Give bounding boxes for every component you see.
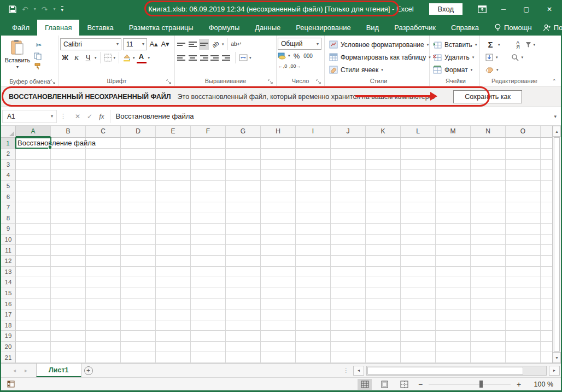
cell-K7[interactable] [366,202,401,213]
wrap-text-icon[interactable]: ab↵ [231,39,242,50]
tab-Главная[interactable]: Главная [37,20,79,36]
cell-E1[interactable] [156,138,191,149]
cell-N1[interactable] [471,138,506,149]
row-header-14[interactable]: 14 [1,277,16,288]
align-top-icon[interactable] [176,39,186,50]
cell-H11[interactable] [261,245,296,256]
cell-M4[interactable] [436,170,471,181]
cell-J3[interactable] [331,160,366,171]
cell-O9[interactable] [506,224,541,235]
cell-F11[interactable] [191,245,226,256]
cell-J17[interactable] [331,309,366,320]
column-header-A[interactable]: A [16,126,51,137]
format-cells-button[interactable]: Формат▾ [433,64,472,75]
align-bottom-icon[interactable] [199,39,209,50]
column-header-K[interactable]: K [366,126,401,137]
cell-G6[interactable] [226,191,261,202]
column-header-M[interactable]: M [436,126,471,137]
cell-L17[interactable] [401,309,436,320]
cell-L20[interactable] [401,342,436,353]
cell-N9[interactable] [471,224,506,235]
align-right-icon[interactable] [199,52,209,63]
cell-B2[interactable] [51,149,86,160]
cell-D7[interactable] [121,202,156,213]
cell-G10[interactable] [226,235,261,245]
cell-C9[interactable] [86,224,121,235]
name-box[interactable]: A1▾ [2,110,57,123]
cell-N18[interactable] [471,320,506,331]
cell-G16[interactable] [226,299,261,309]
scroll-down-icon[interactable]: ▾ [553,352,561,363]
cell-D2[interactable] [121,149,156,160]
cell-A8[interactable] [16,213,51,224]
cell-L13[interactable] [401,267,436,278]
cell-C14[interactable] [86,277,121,288]
cell-K8[interactable] [366,213,401,224]
formula-input[interactable]: Восстановление файла [110,110,550,123]
cell-C10[interactable] [86,235,121,245]
italic-button[interactable]: К [72,52,81,63]
cell-partial[interactable] [541,181,552,192]
find-select-icon[interactable] [511,54,519,61]
cell-H2[interactable] [261,149,296,160]
cell-partial[interactable] [541,309,552,320]
cell-K6[interactable] [366,191,401,202]
cell-O18[interactable] [506,320,541,331]
align-left-icon[interactable] [176,52,186,63]
row-header-21[interactable]: 21 [1,352,16,363]
cell-A5[interactable] [16,181,51,192]
cell-N4[interactable] [471,170,506,181]
cell-I16[interactable] [296,299,331,309]
cell-L18[interactable] [401,320,436,331]
cell-L3[interactable] [401,160,436,171]
cell-K5[interactable] [366,181,401,192]
cell-C4[interactable] [86,170,121,181]
cell-B16[interactable] [51,299,86,309]
cell-D17[interactable] [121,309,156,320]
cell-M14[interactable] [436,277,471,288]
cell-K12[interactable] [366,256,401,267]
cell-K14[interactable] [366,277,401,288]
cell-H12[interactable] [261,256,296,267]
cell-M7[interactable] [436,202,471,213]
cell-F8[interactable] [191,213,226,224]
cell-N7[interactable] [471,202,506,213]
cell-E21[interactable] [156,352,191,363]
select-all-corner[interactable] [1,126,16,137]
cell-F9[interactable] [191,224,226,235]
cell-C13[interactable] [86,267,121,278]
cell-H20[interactable] [261,342,296,353]
column-header-C[interactable]: C [86,126,121,137]
cell-E16[interactable] [156,299,191,309]
cell-L12[interactable] [401,256,436,267]
cell-O12[interactable] [506,256,541,267]
cell-M16[interactable] [436,299,471,309]
cell-J6[interactable] [331,191,366,202]
orientation-icon[interactable]: ab [208,37,223,51]
enter-icon[interactable]: ✓ [87,113,92,120]
cell-C16[interactable] [86,299,121,309]
cell-N17[interactable] [471,309,506,320]
cell-G8[interactable] [226,213,261,224]
cell-M12[interactable] [436,256,471,267]
cell-H5[interactable] [261,181,296,192]
cell-C18[interactable] [86,320,121,331]
cell-partial[interactable] [541,331,552,342]
vertical-scroll-thumb[interactable] [554,137,560,352]
row-header-4[interactable]: 4 [1,170,16,181]
clear-eraser-icon[interactable] [485,67,494,73]
cell-L5[interactable] [401,181,436,192]
cell-H17[interactable] [261,309,296,320]
cell-K16[interactable] [366,299,401,309]
cell-F2[interactable] [191,149,226,160]
cell-I8[interactable] [296,213,331,224]
row-header-20[interactable]: 20 [1,342,16,353]
cell-H8[interactable] [261,213,296,224]
row-header-1[interactable]: 1 [1,138,16,149]
cell-I14[interactable] [296,277,331,288]
borders-dropdown-icon[interactable]: ▾ [114,56,116,60]
cell-partial[interactable] [541,160,552,171]
cell-I13[interactable] [296,267,331,278]
sort-filter-icon[interactable]: АЯ [513,39,523,50]
next-sheet-icon[interactable]: ▸ [25,367,27,373]
